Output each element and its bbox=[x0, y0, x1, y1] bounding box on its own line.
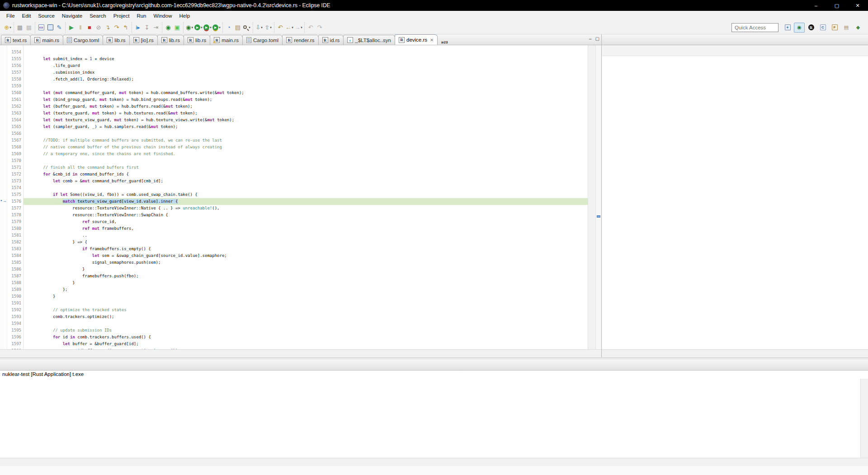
back-history-icon[interactable]: ←▾ bbox=[285, 23, 294, 33]
last-edit-location-icon[interactable]: ↶ bbox=[276, 23, 285, 33]
editor-tab-device-rs[interactable]: Rdevice.rs✕ bbox=[395, 34, 438, 45]
line-number: 1554 bbox=[7, 49, 21, 56]
editor-tab--io-rs[interactable]: R[io].rs bbox=[129, 35, 158, 45]
debug-dropdown-icon[interactable]: ◉▾ bbox=[185, 23, 194, 33]
console-vertical-scrollbar[interactable] bbox=[860, 379, 868, 458]
menu-help[interactable]: Help bbox=[175, 12, 193, 20]
step-into-icon[interactable]: ↴ bbox=[103, 23, 112, 33]
search-dropdown-icon[interactable]: ▾ bbox=[242, 23, 251, 33]
run-last-icon[interactable]: ▣ bbox=[173, 23, 182, 33]
editor-tab-cargo-toml[interactable]: Cargo.toml bbox=[242, 35, 283, 45]
console-horizontal-scrollbar[interactable] bbox=[0, 458, 868, 466]
bottom-panel: nuklear-test [Rust Application] t.exe bbox=[0, 360, 868, 475]
run-dropdown-icon[interactable]: ▶▾ bbox=[194, 23, 203, 33]
instruction-stepping-icon[interactable]: ⇥ bbox=[151, 23, 160, 33]
open-type-icon[interactable]: ◔ bbox=[224, 23, 233, 33]
save-all-icon[interactable]: ▩ bbox=[24, 23, 33, 33]
minimize-button[interactable]: – bbox=[806, 0, 826, 11]
editor-content[interactable]: → 15541555155615571558155915601561156215… bbox=[0, 45, 601, 349]
code-line: let comb = &mut command_buffer_guard[cmb… bbox=[24, 178, 588, 185]
editor-horizontal-scrollbar[interactable] bbox=[0, 349, 601, 357]
debug-launch-tree[interactable] bbox=[602, 56, 868, 349]
clipboard-icon[interactable]: ▤ bbox=[233, 23, 242, 33]
perspective-debug[interactable]: ◉ bbox=[794, 23, 805, 33]
previous-annotation-icon[interactable]: ⇧▾ bbox=[264, 23, 273, 33]
editor-tab--lt-alloc-syn[interactable]: c_$LT$alloc..syn bbox=[343, 35, 395, 45]
redo-icon[interactable]: ↷ bbox=[315, 23, 324, 33]
drop-to-frame-icon[interactable]: ↧ bbox=[142, 23, 151, 33]
menu-search[interactable]: Search bbox=[86, 12, 109, 20]
code-line: resource::TextureViewInner::SwapChain { bbox=[24, 212, 588, 218]
code-line: // update submission IDs bbox=[24, 327, 588, 334]
editor-tab-id-rs[interactable]: Rid.rs bbox=[318, 35, 344, 45]
next-annotation-icon[interactable]: ⇩▾ bbox=[255, 23, 264, 33]
perspective-team[interactable]: ◆ bbox=[853, 23, 863, 33]
editor-maximize-icon[interactable]: ▢ bbox=[595, 36, 599, 41]
overview-current-line-marker[interactable] bbox=[597, 215, 600, 218]
menu-source[interactable]: Source bbox=[34, 12, 58, 20]
menu-run[interactable]: Run bbox=[133, 12, 150, 20]
overview-ruler[interactable] bbox=[595, 45, 601, 349]
rust-file-icon: R bbox=[399, 37, 405, 43]
terminate-icon[interactable]: ■ bbox=[85, 23, 94, 33]
code-line bbox=[24, 157, 588, 164]
editor-tab-lib-rs[interactable]: Rlib.rs bbox=[157, 35, 184, 45]
line-number: 1595 bbox=[7, 327, 21, 334]
code-line: let (mut command_buffer_guard, mut token… bbox=[24, 90, 588, 96]
open-perspective-icon[interactable]: + bbox=[782, 23, 793, 33]
step-return-icon[interactable]: ↰ bbox=[121, 23, 130, 33]
save-icon[interactable]: ▩ bbox=[15, 23, 24, 33]
eclipse-window: rustworkspace-win - C:\Users\snuk1\.carg… bbox=[0, 0, 868, 475]
suspend-icon[interactable]: ‖ bbox=[76, 23, 85, 33]
editor-vertical-scrollbar[interactable] bbox=[588, 45, 595, 349]
tab-close-icon[interactable]: ✕ bbox=[430, 38, 434, 43]
perspective-cpp[interactable]: C bbox=[817, 23, 828, 33]
menu-project[interactable]: Project bbox=[110, 12, 133, 20]
instruction-pointer-icon[interactable]: → bbox=[0, 199, 7, 203]
profile-dropdown-icon[interactable]: ▶▾ bbox=[212, 23, 221, 33]
editor-tab-lib-rs[interactable]: Rlib.rs bbox=[184, 35, 210, 45]
code-line bbox=[24, 185, 588, 191]
line-number: 1558 bbox=[7, 76, 21, 83]
breakpoint-ruler[interactable]: → bbox=[0, 45, 7, 349]
use-step-filters-icon[interactable]: i▸ bbox=[133, 23, 142, 33]
perspective-fortran[interactable]: F bbox=[829, 23, 840, 33]
forward-history-icon[interactable]: →▾ bbox=[294, 23, 303, 33]
step-over-icon[interactable]: ↷ bbox=[112, 23, 121, 33]
code-line bbox=[24, 300, 588, 307]
editor-minimize-icon[interactable]: – bbox=[589, 36, 592, 41]
console-output-area[interactable] bbox=[0, 379, 868, 458]
console-text[interactable] bbox=[0, 379, 860, 458]
titlebar: rustworkspace-win - C:\Users\snuk1\.carg… bbox=[0, 0, 868, 11]
debug-last-icon[interactable]: ◉ bbox=[164, 23, 173, 33]
disconnect-icon[interactable]: ⊘ bbox=[94, 23, 103, 33]
editor-tab-cargo-toml[interactable]: Cargo.toml bbox=[63, 35, 103, 45]
editor-tab-lib-rs[interactable]: Rlib.rs bbox=[103, 35, 129, 45]
coverage-dropdown-icon[interactable]: ▶▾ bbox=[203, 23, 212, 33]
mark-occurrences-icon[interactable]: ✎ bbox=[55, 23, 64, 33]
maximize-button[interactable]: ▢ bbox=[826, 0, 847, 11]
resume-icon[interactable]: ▶ bbox=[67, 23, 76, 33]
console-view-icon[interactable] bbox=[46, 23, 55, 33]
code-line: let submit_index = 1 + device bbox=[24, 56, 588, 62]
perspective-resource[interactable]: ▤ bbox=[841, 23, 852, 33]
tab-overflow-button[interactable]: »23 bbox=[441, 39, 448, 45]
editor-tab-text-rs[interactable]: Rtext.rs bbox=[1, 35, 31, 45]
console-process-label: nuklear-test [Rust Application] t.exe bbox=[0, 370, 868, 379]
open-binary-icon[interactable]: 010 bbox=[37, 23, 46, 33]
close-button[interactable]: ✕ bbox=[847, 0, 868, 11]
editor-tab-render-rs[interactable]: Rrender.rs bbox=[282, 35, 318, 45]
menu-file[interactable]: File bbox=[3, 12, 19, 20]
line-number: 1570 bbox=[7, 157, 21, 164]
new-wizard-icon[interactable]: ⊕▾ bbox=[3, 23, 12, 33]
editor-tab-main-rs[interactable]: Rmain.rs bbox=[30, 35, 63, 45]
perspective-rust[interactable]: R bbox=[806, 23, 816, 33]
menu-navigate[interactable]: Navigate bbox=[58, 12, 86, 20]
editor-tab-main-rs[interactable]: R⚠main.rs bbox=[210, 35, 243, 45]
undo-icon[interactable]: ↶ bbox=[306, 23, 315, 33]
menu-window[interactable]: Window bbox=[150, 12, 176, 20]
quick-access-input[interactable]: Quick Access bbox=[731, 23, 778, 32]
menu-edit[interactable]: Edit bbox=[19, 12, 35, 20]
debug-horizontal-scrollbar[interactable] bbox=[602, 349, 868, 357]
code-view[interactable]: let submit_index = 1 + device .life_guar… bbox=[24, 45, 588, 349]
